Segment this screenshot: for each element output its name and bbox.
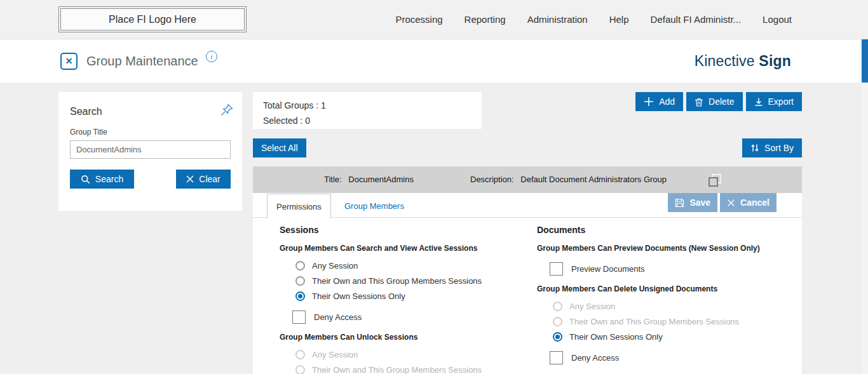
- save-button-label: Save: [689, 197, 710, 208]
- group-description-field-label: Description:: [470, 175, 514, 184]
- group-row-title: Title: DocumentAdmins: [324, 175, 414, 184]
- checkbox-icon[interactable]: [292, 311, 306, 324]
- radio-label: Their Own Sessions Only: [312, 291, 405, 301]
- copy-icon[interactable]: [707, 172, 723, 189]
- radio-label: Any Session: [312, 350, 358, 359]
- radio-disabled-icon: [553, 302, 562, 311]
- radio-option-any-session-disabled: Any Session: [295, 350, 527, 359]
- add-button-label: Add: [659, 97, 675, 107]
- plus-icon: [644, 97, 654, 107]
- cancel-button-label: Cancel: [740, 197, 770, 208]
- delete-button-label: Delete: [709, 97, 734, 107]
- fi-logo-placeholder: Place FI Logo Here: [58, 6, 247, 32]
- nav-reporting[interactable]: Reporting: [465, 14, 506, 25]
- search-button[interactable]: Search: [70, 170, 134, 189]
- group-detail-panel: Permissions Group Members Save: [253, 193, 802, 374]
- download-icon: [754, 97, 763, 107]
- nav-administration[interactable]: Administration: [527, 14, 588, 25]
- nav-processing[interactable]: Processing: [395, 14, 442, 25]
- radio-option-own-only-selected[interactable]: Their Own Sessions Only: [553, 332, 791, 342]
- info-icon[interactable]: i: [206, 51, 217, 62]
- radio-disabled-icon: [295, 365, 305, 374]
- radio-label: Any Session: [569, 302, 615, 311]
- radio-label: Their Own and This Group Members Session…: [569, 317, 739, 326]
- group-title-value: DocumentAdmins: [348, 175, 414, 184]
- radio-option-any-session-disabled: Any Session: [553, 302, 791, 311]
- checkbox-icon[interactable]: [550, 262, 563, 276]
- clear-button[interactable]: Clear: [176, 170, 231, 189]
- add-button[interactable]: Add: [635, 92, 683, 111]
- nav-help[interactable]: Help: [609, 14, 629, 25]
- group-row-header[interactable]: Title: DocumentAdmins Description: Defau…: [253, 166, 802, 193]
- radio-label: Their Own and This Group Members Session…: [312, 365, 482, 374]
- top-bar: Place FI Logo Here Processing Reporting …: [0, 0, 868, 39]
- close-icon: [727, 199, 735, 207]
- select-all-button[interactable]: Select All: [253, 138, 306, 157]
- deny-access-checkbox-row[interactable]: Deny Access: [550, 351, 791, 364]
- close-icon: [186, 175, 194, 183]
- radio-label: Their Own Sessions Only: [569, 332, 663, 342]
- radio-disabled-icon: [295, 350, 305, 359]
- sessions-heading: Sessions: [280, 225, 527, 235]
- radio-label: Any Session: [312, 261, 358, 270]
- radio-icon[interactable]: [295, 276, 305, 286]
- total-groups-count: Total Groups : 1: [263, 98, 471, 113]
- radio-label: Their Own and This Group Members Session…: [312, 276, 482, 286]
- summary-card: Total Groups : 1 Selected : 0: [253, 92, 482, 129]
- kinective-sign-logo: Kinective Sign: [695, 53, 791, 70]
- delete-button[interactable]: Delete: [686, 92, 742, 111]
- search-icon: [81, 175, 90, 184]
- perm-delete-unsigned-label: Group Members Can Delete Unsigned Docume…: [537, 284, 791, 293]
- checkbox-label: Deny Access: [571, 353, 619, 363]
- deny-access-checkbox-row[interactable]: Deny Access: [292, 311, 527, 324]
- group-actions-toolbar: Add Delete Export: [635, 92, 802, 111]
- form-actions: Save Cancel: [668, 193, 776, 212]
- radio-disabled-icon: [553, 317, 562, 326]
- nav-logout[interactable]: Logout: [763, 14, 792, 25]
- sort-icon: [750, 144, 759, 152]
- top-navigation: Processing Reporting Administration Help…: [395, 14, 792, 25]
- save-icon: [675, 198, 684, 208]
- brand-first: Kinective: [695, 53, 755, 69]
- group-title-label: Group Title: [70, 128, 242, 137]
- tabs-row: Permissions Group Members Save: [253, 193, 802, 218]
- radio-icon[interactable]: [295, 261, 305, 270]
- radio-option-any-session[interactable]: Any Session: [295, 261, 527, 270]
- export-button[interactable]: Export: [746, 92, 802, 111]
- nav-current-user[interactable]: Default FI Administr...: [651, 14, 742, 25]
- perm-search-view-label: Group Members Can Search and View Active…: [280, 244, 527, 253]
- checkbox-label: Deny Access: [314, 312, 362, 322]
- tab-permissions[interactable]: Permissions: [267, 194, 331, 218]
- radio-option-own-only-selected[interactable]: Their Own Sessions Only: [295, 291, 527, 301]
- tab-group-members[interactable]: Group Members: [336, 194, 413, 218]
- perm-unlock-label: Group Members Can Unlock Sessions: [280, 333, 527, 342]
- page-title: Group Maintenance: [86, 54, 198, 69]
- trash-icon: [695, 97, 703, 107]
- sort-by-button[interactable]: Sort By: [742, 138, 802, 157]
- search-panel-title: Search: [70, 102, 102, 117]
- radio-option-own-and-group[interactable]: Their Own and This Group Members Session…: [295, 276, 527, 286]
- sort-by-label: Sort By: [764, 143, 794, 153]
- group-row-description: Description: Default Document Administra…: [470, 175, 667, 184]
- cancel-button[interactable]: Cancel: [720, 193, 776, 212]
- clear-button-label: Clear: [199, 174, 220, 184]
- group-title-input[interactable]: [70, 140, 231, 159]
- tab-permissions-label: Permissions: [276, 202, 322, 211]
- radio-option-own-and-group-disabled: Their Own and This Group Members Session…: [295, 365, 527, 374]
- documents-heading: Documents: [537, 225, 791, 235]
- preview-documents-checkbox-row[interactable]: Preview Documents: [550, 262, 791, 276]
- vertical-scrollbar-track[interactable]: [862, 39, 868, 374]
- save-button[interactable]: Save: [668, 193, 717, 212]
- radio-selected-icon[interactable]: [295, 291, 305, 301]
- checkbox-icon[interactable]: [550, 351, 563, 364]
- select-all-label: Select All: [261, 143, 298, 153]
- vertical-scrollbar-thumb[interactable]: [862, 39, 868, 83]
- pin-icon[interactable]: [219, 102, 234, 117]
- search-panel: Search Group Title Search: [58, 92, 242, 211]
- brand-second: Sign: [759, 53, 791, 69]
- group-description-value: Default Document Administrators Group: [520, 175, 667, 184]
- perm-preview-label: Group Members Can Preview Documents (New…: [537, 244, 791, 253]
- radio-selected-icon[interactable]: [553, 332, 562, 342]
- group-title-field-label: Title:: [324, 175, 342, 184]
- selected-count: Selected : 0: [263, 113, 471, 128]
